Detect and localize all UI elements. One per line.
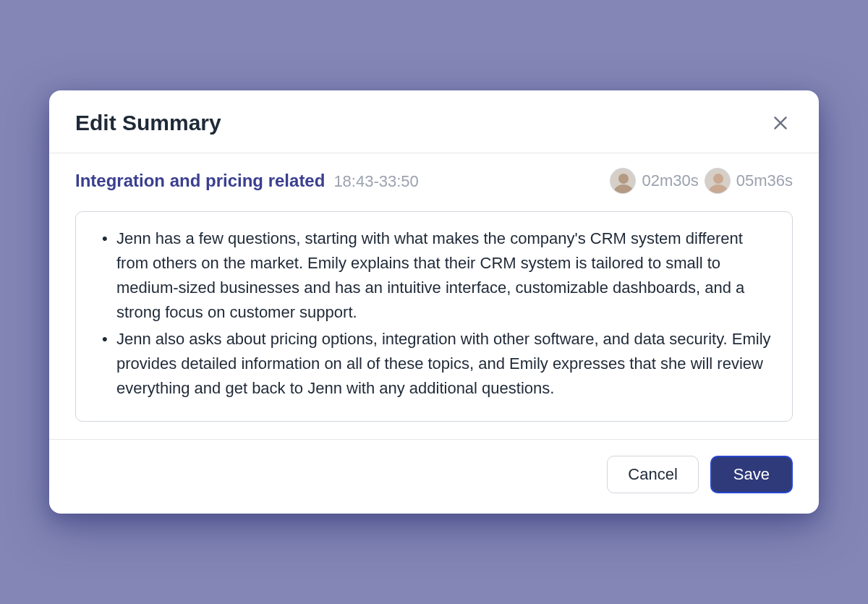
- list-item[interactable]: Jenn also asks about pricing options, in…: [96, 327, 772, 401]
- avatar: [610, 168, 636, 194]
- time-range: 18:43-33:50: [333, 172, 418, 191]
- list-item[interactable]: Jenn has a few questions, starting with …: [96, 226, 772, 325]
- close-button[interactable]: [768, 111, 793, 135]
- cancel-button[interactable]: Cancel: [607, 456, 698, 493]
- topic-area: Integration and pricing related 18:43-33…: [75, 171, 419, 191]
- avatar: [705, 168, 731, 194]
- summary-editor[interactable]: Jenn has a few questions, starting with …: [75, 211, 793, 422]
- save-button[interactable]: Save: [710, 456, 793, 493]
- participant-duration: 02m30s: [642, 171, 698, 190]
- edit-summary-modal: Edit Summary Integration and pricing rel…: [49, 90, 819, 514]
- participants: 02m30s 05m36s: [610, 168, 793, 194]
- participant: 02m30s: [610, 168, 698, 194]
- close-icon: [771, 114, 790, 132]
- modal-header: Edit Summary: [49, 90, 819, 153]
- participant: 05m36s: [705, 168, 793, 194]
- bullet-list: Jenn has a few questions, starting with …: [96, 226, 772, 401]
- topic-title: Integration and pricing related: [75, 171, 325, 191]
- modal-subheader: Integration and pricing related 18:43-33…: [49, 153, 819, 203]
- participant-duration: 05m36s: [736, 171, 793, 190]
- modal-title: Edit Summary: [75, 111, 221, 135]
- modal-footer: Cancel Save: [49, 439, 819, 514]
